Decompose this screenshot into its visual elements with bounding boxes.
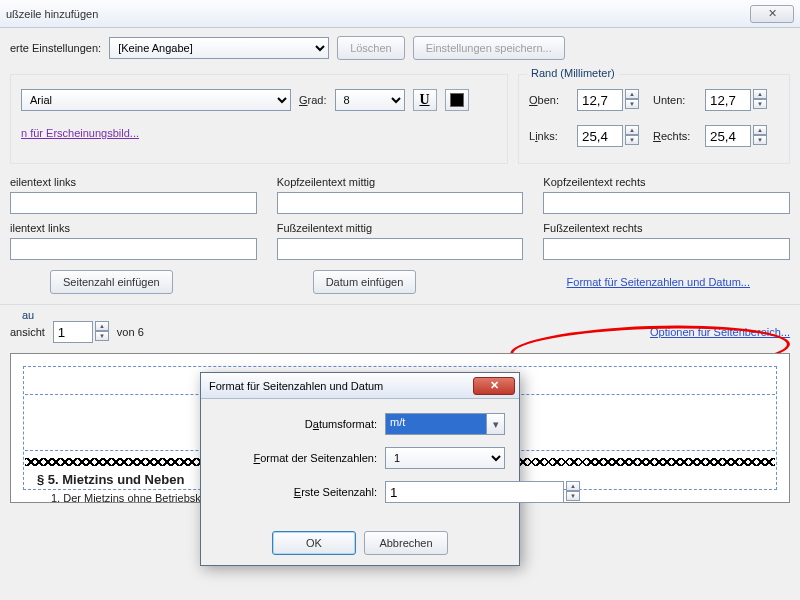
- margin-bottom-spin[interactable]: ▲▼: [705, 89, 767, 111]
- insert-page-number-button[interactable]: Seitenzahl einfügen: [50, 270, 173, 294]
- ok-button[interactable]: OK: [272, 531, 356, 555]
- doc-heading: § 5. Mietzins und Neben: [37, 472, 184, 487]
- dialog-title: Format für Seitenzahlen und Datum: [209, 380, 383, 392]
- footer-mid-label: Fußzeilentext mittig: [277, 222, 524, 234]
- spin-up-icon[interactable]: ▲: [625, 89, 639, 99]
- header-mid-input[interactable]: [277, 192, 524, 214]
- page-range-options-link[interactable]: Optionen für Seitenbereich...: [650, 326, 790, 338]
- margin-left-spin[interactable]: ▲▼: [577, 125, 639, 147]
- font-family-select[interactable]: Arial: [21, 89, 291, 111]
- format-page-date-link[interactable]: Format für Seitenzahlen und Datum...: [567, 276, 750, 288]
- margin-top-label: Oben:: [529, 94, 569, 106]
- font-color-button[interactable]: [445, 89, 469, 111]
- margin-left-label: Links:: [529, 130, 569, 142]
- date-format-select[interactable]: m/t: [385, 413, 487, 435]
- footer-left-input[interactable]: [10, 238, 257, 260]
- color-swatch-icon: [450, 93, 464, 107]
- page-format-label: Format der Seitenzahlen:: [217, 452, 377, 464]
- appearance-options-link[interactable]: n für Erscheinungsbild...: [21, 127, 139, 139]
- window-title: ußzeile hinzufügen: [6, 8, 98, 20]
- header-right-input[interactable]: [543, 192, 790, 214]
- first-page-label: Erste Seitenzahl:: [217, 486, 377, 498]
- close-icon: ✕: [768, 7, 777, 20]
- underline-button[interactable]: U: [413, 89, 437, 111]
- preview-of-label: von 6: [117, 326, 144, 338]
- footer-right-input[interactable]: [543, 238, 790, 260]
- delete-button[interactable]: Löschen: [337, 36, 405, 60]
- margin-top-spin[interactable]: ▲▼: [577, 89, 639, 111]
- dialog-close-button[interactable]: ✕: [473, 377, 515, 395]
- format-dialog: Format für Seitenzahlen und Datum ✕ Datu…: [200, 372, 520, 566]
- first-page-spin[interactable]: ▲▼: [385, 481, 505, 503]
- font-size-label: Grad:: [299, 94, 327, 106]
- header-left-input[interactable]: [10, 192, 257, 214]
- margins-group-label: Rand (Millimeter): [527, 67, 619, 79]
- saved-settings-label: erte Einstellungen:: [10, 42, 101, 54]
- save-settings-button[interactable]: Einstellungen speichern...: [413, 36, 565, 60]
- header-mid-label: Kopfzeilentext mittig: [277, 176, 524, 188]
- font-size-select[interactable]: 8: [335, 89, 405, 111]
- footer-right-label: Fußzeilentext rechts: [543, 222, 790, 234]
- saved-settings-select[interactable]: [Keine Angabe]: [109, 37, 329, 59]
- preview-group-label: au: [18, 309, 38, 321]
- underline-icon: U: [419, 92, 429, 108]
- insert-date-button[interactable]: Datum einfügen: [313, 270, 417, 294]
- window-titlebar: ußzeile hinzufügen ✕: [0, 0, 800, 28]
- margin-right-label: Rechts:: [653, 130, 697, 142]
- preview-page-spin[interactable]: ▲▼: [53, 321, 109, 343]
- page-format-select[interactable]: 1: [385, 447, 505, 469]
- margin-right-spin[interactable]: ▲▼: [705, 125, 767, 147]
- header-right-label: Kopfzeilentext rechts: [543, 176, 790, 188]
- footer-mid-input[interactable]: [277, 238, 524, 260]
- close-icon: ✕: [490, 379, 499, 392]
- footer-left-label: ilentext links: [10, 222, 257, 234]
- spin-down-icon[interactable]: ▼: [625, 99, 639, 109]
- preview-view-label: ansicht: [10, 326, 45, 338]
- header-left-label: eilentext links: [10, 176, 257, 188]
- margin-bottom-label: Unten:: [653, 94, 697, 106]
- dialog-titlebar[interactable]: Format für Seitenzahlen und Datum ✕: [201, 373, 519, 399]
- cancel-button[interactable]: Abbrechen: [364, 531, 448, 555]
- window-close-button[interactable]: ✕: [750, 5, 794, 23]
- chevron-down-icon[interactable]: ▾: [487, 413, 505, 435]
- date-format-label: Datumsformat:: [217, 418, 377, 430]
